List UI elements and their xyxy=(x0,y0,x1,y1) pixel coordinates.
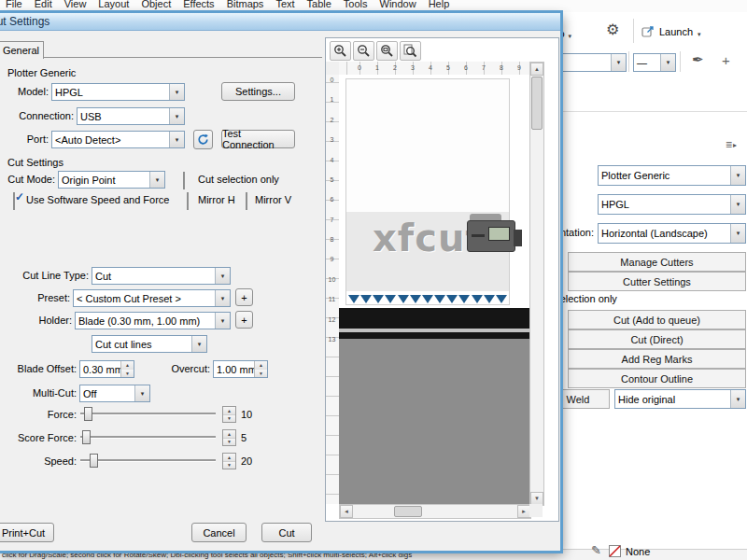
cutter-settings-button[interactable]: Cutter Settings xyxy=(568,272,746,291)
manage-cutters-button[interactable]: Manage Cutters xyxy=(568,252,746,272)
outline-width-combobox[interactable]: — xyxy=(633,53,676,72)
blade-offset-input[interactable]: 0.30 mm xyxy=(79,360,134,378)
chevron-down-icon[interactable] xyxy=(149,172,164,188)
format-combobox[interactable]: HPGL xyxy=(598,194,746,215)
machine-deck xyxy=(339,339,529,504)
cut-mode-combobox[interactable]: Origin Point xyxy=(58,171,165,189)
cut-selection-only-checkbox[interactable] xyxy=(183,172,185,189)
port-combobox[interactable]: <Auto Detect> xyxy=(51,131,185,148)
score-force-spinner[interactable] xyxy=(222,429,236,446)
preview-canvas[interactable]: xfcut xyxy=(339,75,529,504)
cancel-button[interactable]: Cancel xyxy=(191,523,247,542)
vertical-scroll-thumb[interactable] xyxy=(531,77,543,130)
holder-value: Blade (0.30 mm, 1.00 mm) xyxy=(76,313,215,329)
slider-thumb[interactable] xyxy=(90,454,98,468)
device-combobox[interactable]: Plotter Generic xyxy=(598,165,746,186)
overcut-input[interactable]: 1.00 mm xyxy=(213,360,268,378)
chevron-down-icon[interactable] xyxy=(660,54,675,71)
pen-nib-icon[interactable]: ✒ xyxy=(692,51,704,68)
chevron-down-icon[interactable] xyxy=(169,108,184,124)
chevron-down-icon[interactable] xyxy=(169,132,184,147)
score-force-slider[interactable] xyxy=(80,429,216,444)
horizontal-scroll-thumb[interactable] xyxy=(394,506,422,517)
slider-thumb[interactable] xyxy=(82,430,91,444)
outline-none-swatch[interactable] xyxy=(609,545,621,557)
slider-thumb[interactable] xyxy=(84,407,92,421)
force-spinner[interactable] xyxy=(222,406,236,423)
launch-icon xyxy=(641,25,655,38)
chevron-down-icon[interactable] xyxy=(215,268,230,284)
use-software-speed-force-checkbox[interactable] xyxy=(13,192,15,210)
refresh-ports-button[interactable] xyxy=(193,130,213,149)
chevron-down-icon[interactable] xyxy=(191,336,206,352)
vertical-scrollbar[interactable] xyxy=(529,62,544,506)
connection-combobox[interactable]: USB xyxy=(77,107,185,125)
menu-item-table[interactable]: Table xyxy=(307,0,331,10)
cut-button[interactable]: Cut xyxy=(261,523,312,542)
menu-item-window[interactable]: Window xyxy=(380,0,416,10)
score-force-label: Score Force: xyxy=(0,432,77,443)
menu-item-tools[interactable]: Tools xyxy=(344,0,368,10)
add-holder-button[interactable]: + xyxy=(235,311,253,329)
cut-line-type-combobox[interactable]: Cut xyxy=(92,267,231,285)
menu-item-help[interactable]: Help xyxy=(429,0,450,10)
print-cut-button[interactable]: Print+Cut xyxy=(0,523,54,542)
chevron-down-icon[interactable] xyxy=(215,313,230,329)
spinner-arrows[interactable] xyxy=(254,361,267,377)
spinner-arrows[interactable] xyxy=(120,361,134,377)
toolbar-combobox[interactable] xyxy=(557,53,627,72)
plus-icon[interactable]: + xyxy=(722,52,730,68)
menu-item-text[interactable]: Text xyxy=(275,0,294,10)
dialog-titlebar[interactable]: Cut Settings xyxy=(0,13,560,31)
chevron-down-icon[interactable] xyxy=(169,84,184,100)
settings-button[interactable]: Settings... xyxy=(221,82,295,101)
cut-direct-button[interactable]: Cut (Direct) xyxy=(568,329,746,349)
hide-original-combobox[interactable]: Hide original xyxy=(614,389,746,409)
scroll-right-arrow[interactable] xyxy=(517,505,530,518)
scroll-down-arrow[interactable] xyxy=(530,492,543,505)
speed-spinner[interactable] xyxy=(222,453,236,469)
model-combobox[interactable]: HPGL xyxy=(51,83,185,101)
chevron-down-icon[interactable] xyxy=(611,54,626,71)
add-reg-marks-button[interactable]: Add Reg Marks xyxy=(568,349,746,369)
scroll-up-arrow[interactable] xyxy=(530,63,543,76)
chevron-down-icon[interactable] xyxy=(730,166,745,185)
add-preset-button[interactable]: + xyxy=(235,288,253,306)
zoom-out-button[interactable] xyxy=(353,41,374,61)
horizontal-scrollbar[interactable] xyxy=(339,504,531,519)
holder-combobox[interactable]: Blade (0.30 mm, 1.00 mm) xyxy=(75,312,231,329)
cut-add-to-queue-button[interactable]: Cut (Add to queue) xyxy=(568,310,746,329)
preset-combobox[interactable]: < Custom Cut Preset > xyxy=(73,289,231,307)
speed-slider[interactable] xyxy=(80,453,216,468)
menu-item-file[interactable]: File xyxy=(6,0,22,10)
menu-item-effects[interactable]: Effects xyxy=(183,0,214,10)
orientation-value: Horizontal (Landscape) xyxy=(599,224,730,243)
menu-item-object[interactable]: Object xyxy=(141,0,171,10)
menu-item-edit[interactable]: Edit xyxy=(35,0,52,10)
cut-lines-combobox[interactable]: Cut cut lines xyxy=(92,335,207,353)
force-slider[interactable] xyxy=(80,406,216,421)
orientation-combobox[interactable]: Horizontal (Landscape) xyxy=(598,223,746,244)
chevron-down-icon[interactable] xyxy=(215,290,230,306)
options-gear-button[interactable]: ⚙ xyxy=(606,21,619,38)
chevron-down-icon[interactable] xyxy=(730,390,745,408)
zoom-page-button[interactable] xyxy=(400,41,421,61)
chevron-down-icon[interactable] xyxy=(730,195,745,214)
chevron-down-icon[interactable] xyxy=(134,385,149,401)
menu-item-view[interactable]: View xyxy=(64,0,87,10)
test-connection-button[interactable]: Test Connection xyxy=(221,130,295,148)
zoom-selection-button[interactable] xyxy=(376,41,398,61)
docker-options-button[interactable]: ≡ ▸ xyxy=(726,138,737,151)
tab-general[interactable]: General xyxy=(0,41,44,59)
menu-item-layout[interactable]: Layout xyxy=(98,0,129,10)
scroll-left-arrow[interactable] xyxy=(340,505,353,518)
contour-outline-button[interactable]: Contour Outline xyxy=(568,369,746,388)
multi-cut-combobox[interactable]: Off xyxy=(79,385,150,402)
mirror-h-checkbox[interactable] xyxy=(187,192,189,210)
launch-button[interactable]: Launch xyxy=(641,23,701,40)
menu-item-bitmaps[interactable]: Bitmaps xyxy=(227,0,264,10)
zoom-page-icon xyxy=(403,44,417,58)
zoom-in-button[interactable] xyxy=(330,41,351,61)
mirror-v-checkbox[interactable] xyxy=(246,192,247,210)
chevron-down-icon[interactable] xyxy=(730,224,745,243)
